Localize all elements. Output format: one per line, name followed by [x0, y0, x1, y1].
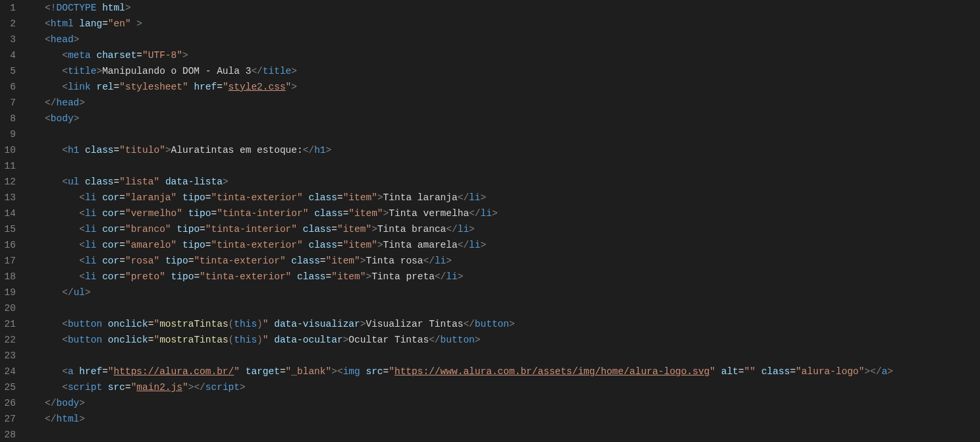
line-number: 16	[0, 237, 16, 253]
code-line[interactable]: <li cor="laranja" tipo="tinta-exterior" …	[28, 190, 967, 206]
token: tipo	[165, 256, 188, 266]
token: =	[114, 177, 120, 187]
token: li	[469, 240, 480, 250]
token: <	[79, 256, 85, 266]
token: class	[303, 224, 332, 235]
token: li	[85, 271, 96, 282]
code-line[interactable]: <button onclick="mostraTintas(this)" dat…	[28, 316, 967, 332]
line-number: 10	[0, 142, 16, 158]
token: data-ocultar	[274, 335, 342, 345]
token: "amarelo"	[125, 240, 177, 250]
line-number: 13	[0, 190, 16, 206]
token: class	[85, 177, 114, 187]
code-line[interactable]: <h1 class="titulo">Aluratintas em estoqu…	[28, 142, 967, 158]
line-number: 23	[0, 348, 16, 364]
token: <	[62, 335, 68, 345]
code-line[interactable]: <button onclick="mostraTintas(this)" dat…	[28, 332, 967, 348]
token: <!	[45, 3, 56, 13]
code-line[interactable]: <title>Manipulando o DOM - Aula 3</title…	[28, 63, 967, 79]
token: title	[263, 66, 292, 76]
token: </	[45, 398, 56, 408]
token: =	[119, 240, 125, 250]
token: =	[200, 224, 205, 235]
code-line[interactable]: <li cor="preto" tipo="tinta-exterior" cl…	[28, 269, 967, 285]
code-line[interactable]: <li cor="branco" tipo="tinta-interior" c…	[28, 221, 967, 237]
token: style2.css	[229, 82, 286, 92]
token	[755, 366, 761, 377]
code-line[interactable]: <a href="https://alura.com.br/" target="…	[28, 364, 967, 379]
token: class	[761, 366, 790, 377]
line-number: 21	[0, 316, 16, 332]
token	[102, 382, 108, 393]
code-editor-area[interactable]: <!DOCTYPE html> <html lang="en" > <head>…	[28, 0, 980, 442]
code-line[interactable]: <body>	[28, 111, 967, 126]
token: >	[136, 18, 142, 29]
token	[159, 177, 165, 187]
token: li	[435, 256, 446, 266]
token: </	[429, 335, 440, 345]
token	[297, 224, 303, 235]
token: </	[458, 192, 469, 203]
token: DOCTYPE	[57, 3, 97, 13]
token: head	[51, 34, 74, 45]
token	[159, 256, 165, 266]
token: li	[85, 192, 96, 203]
token: "	[153, 335, 159, 345]
code-line[interactable]	[28, 126, 967, 142]
token	[96, 208, 102, 219]
token: )	[257, 335, 263, 345]
token: >	[371, 224, 377, 235]
code-line[interactable]: <link rel="stylesheet" href="style2.css"…	[28, 79, 967, 95]
code-line[interactable]	[28, 348, 967, 364]
code-line[interactable]: <meta charset="UTF-8">	[28, 47, 967, 63]
token	[177, 192, 182, 203]
token	[165, 271, 171, 282]
code-line[interactable]: <script src="main2.js"></script>	[28, 379, 967, 395]
token: alt	[721, 366, 738, 377]
token: )	[257, 319, 263, 329]
token: cor	[102, 192, 119, 203]
token: =	[337, 192, 343, 203]
token: li	[85, 208, 96, 219]
token: "	[263, 319, 269, 329]
token: rel	[96, 82, 113, 92]
token: tipo	[182, 192, 205, 203]
code-line[interactable]: <ul class="lista" data-lista>	[28, 174, 967, 190]
code-line[interactable]: </body>	[28, 395, 967, 411]
code-line[interactable]	[28, 427, 967, 442]
token: =	[119, 271, 125, 282]
token: >	[85, 287, 91, 298]
code-line[interactable]: <li cor="amarelo" tipo="tinta-exterior" …	[28, 237, 967, 253]
line-number: 2	[0, 16, 16, 32]
token: class	[291, 256, 320, 266]
code-line[interactable]	[28, 300, 967, 316]
token: =	[217, 82, 223, 92]
token: lang	[79, 18, 102, 29]
token: >	[165, 145, 171, 155]
code-line[interactable]: <!DOCTYPE html>	[28, 0, 967, 16]
code-line[interactable]	[28, 158, 967, 174]
token: =	[194, 271, 200, 282]
token: class	[297, 271, 326, 282]
token: <	[45, 34, 51, 45]
token: "item"	[343, 192, 377, 203]
token: cor	[102, 224, 119, 235]
token: =	[119, 192, 125, 203]
token: "tinta-exterior"	[211, 192, 303, 203]
code-line[interactable]: <li cor="vermelho" tipo="tinta-interior"…	[28, 206, 967, 221]
token: "	[286, 82, 292, 92]
code-line[interactable]: <li cor="rosa" tipo="tinta-exterior" cla…	[28, 253, 967, 269]
token: >	[79, 398, 85, 408]
token: ><	[331, 366, 342, 377]
code-line[interactable]: </ul>	[28, 285, 967, 300]
token: (	[229, 319, 234, 329]
code-line[interactable]: <html lang="en" >	[28, 16, 967, 32]
token	[96, 271, 102, 282]
token: Tinta amarela	[383, 240, 458, 250]
code-line[interactable]: </head>	[28, 95, 967, 111]
token: >	[223, 177, 229, 187]
code-line[interactable]: <head>	[28, 32, 967, 47]
code-line[interactable]: </html>	[28, 411, 967, 427]
token: "	[108, 366, 114, 377]
token: Tinta branca	[377, 224, 446, 235]
